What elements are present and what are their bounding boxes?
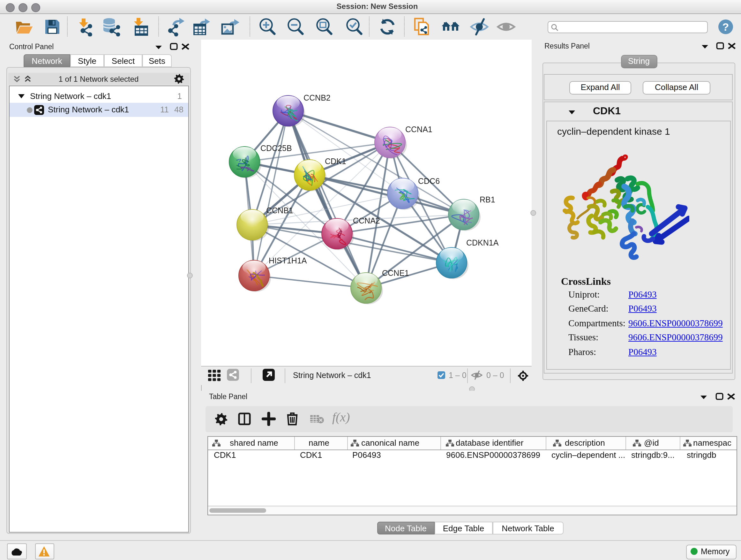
svg-text:CCNA2: CCNA2 (353, 216, 380, 225)
svg-text:RB1: RB1 (480, 195, 495, 204)
svg-text:CCNB1: CCNB1 (266, 206, 293, 215)
svg-text:CDK1: CDK1 (325, 157, 346, 166)
svg-text:CCNA1: CCNA1 (405, 125, 432, 134)
svg-text:CDC6: CDC6 (418, 177, 440, 186)
svg-text:CDC25B: CDC25B (260, 144, 292, 152)
svg-text:?: ? (723, 20, 729, 33)
svg-text:HIST1H1A: HIST1H1A (269, 256, 307, 265)
svg-text:CDKN1A: CDKN1A (466, 238, 499, 247)
svg-text:CCNE1: CCNE1 (382, 268, 409, 277)
svg-text:CCNB2: CCNB2 (304, 93, 331, 102)
